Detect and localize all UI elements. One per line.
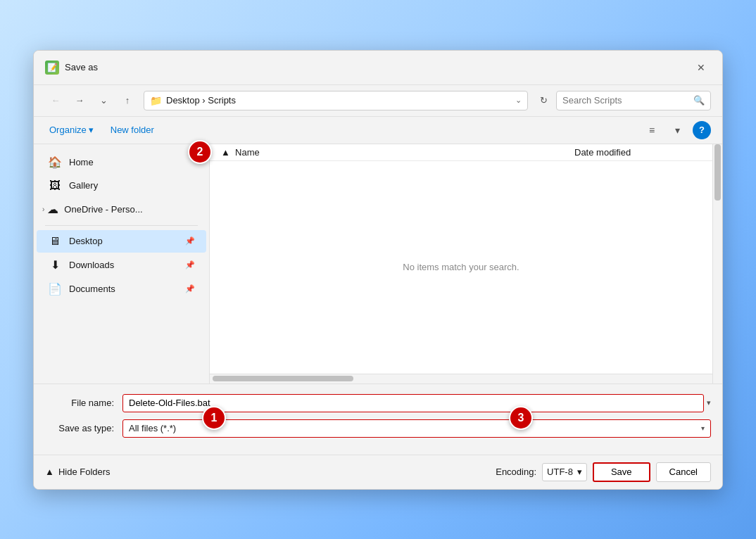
documents-pin-icon: 📌	[185, 284, 195, 293]
savetype-dropdown-icon: ▾	[701, 424, 705, 432]
action-bar: Organize ▾ New folder ≡ ▾ ?	[34, 117, 722, 144]
view-menu-button[interactable]: ≡	[642, 121, 662, 139]
desktop-icon: 🖥	[48, 235, 62, 248]
hide-folders-button[interactable]: ▲ Hide Folders	[45, 467, 111, 477]
sort-up-icon: ▲	[221, 147, 230, 158]
desktop-pin-icon: 📌	[185, 236, 195, 246]
organize-label: Organize	[49, 125, 87, 135]
save-button[interactable]: Save	[593, 462, 650, 482]
savetype-value: All files (*.*)	[129, 423, 176, 433]
savetype-row: Save as type: All files (*.*) ▾	[45, 419, 711, 438]
file-list-header: ▲ Name Date modified	[210, 144, 712, 161]
sidebar-downloads-label: Downloads	[69, 260, 114, 270]
sidebar-item-onedrive[interactable]: › ☁ OneDrive - Perso...	[37, 198, 206, 221]
hide-folders-label: Hide Folders	[58, 467, 111, 477]
help-button[interactable]: ?	[693, 121, 711, 139]
empty-message: No items match your search.	[403, 262, 519, 272]
sidebar-item-gallery[interactable]: 🖼 Gallery	[37, 175, 206, 197]
sidebar-desktop-label: Desktop	[69, 236, 103, 246]
save-as-dialog: 📝 Save as ✕ ← → ⌄ ↑ 📁 Desktop › Scripts …	[33, 50, 723, 490]
footer-right: Encoding: UTF-8 ▾ Save Cancel	[496, 462, 711, 482]
cancel-button[interactable]: Cancel	[656, 462, 711, 482]
sidebar-gallery-label: Gallery	[69, 180, 98, 191]
filename-label: File name:	[45, 398, 122, 408]
downloads-pin-icon: 📌	[185, 260, 195, 270]
title-bar: 📝 Save as ✕	[34, 51, 722, 85]
toolbar: ← → ⌄ ↑ 📁 Desktop › Scripts ⌄ ↻ 🔍	[34, 85, 722, 117]
hide-folders-arrow: ▲	[45, 467, 54, 477]
encoding-dropdown-icon: ▾	[577, 467, 582, 477]
encoding-label: Encoding:	[496, 467, 536, 477]
view-dropdown-icon: ▾	[675, 125, 680, 136]
search-icon: 🔍	[693, 95, 705, 106]
footer: ▲ Hide Folders Encoding: UTF-8 ▾ Save Ca…	[34, 455, 722, 489]
sidebar-onedrive-label: OneDrive - Perso...	[64, 204, 142, 215]
close-button[interactable]: ✕	[691, 58, 711, 77]
folder-icon: 📁	[150, 95, 162, 106]
search-input[interactable]	[562, 95, 689, 106]
sidebar-divider	[45, 225, 198, 226]
col-name-label: Name	[235, 147, 260, 158]
sidebar: 🏠 Home 🖼 Gallery › ☁ OneDrive - Perso...…	[34, 144, 210, 383]
view-dropdown-button[interactable]: ▾	[667, 121, 687, 139]
dropdown-button[interactable]: ⌄	[93, 91, 114, 110]
organize-dropdown-icon: ▾	[89, 125, 94, 135]
organize-button[interactable]: Organize ▾	[45, 122, 98, 138]
encoding-value: UTF-8	[547, 467, 573, 477]
file-area: ▲ Name Date modified No items match your…	[210, 144, 712, 383]
sidebar-item-downloads[interactable]: ⬇ Downloads 📌	[37, 253, 206, 277]
dialog-icon: 📝	[45, 61, 59, 75]
new-folder-button[interactable]: New folder	[106, 122, 158, 138]
bottom-area: File name: ▾ Save as type: All files (*.…	[34, 383, 722, 455]
dialog-title: Save as	[65, 62, 98, 72]
horizontal-scrollbar[interactable]	[210, 374, 712, 383]
action-bar-right: ≡ ▾ ?	[642, 121, 711, 139]
onedrive-icon: ☁	[46, 203, 60, 216]
vertical-scrollbar[interactable]	[712, 144, 722, 383]
filename-dropdown-icon[interactable]: ▾	[707, 398, 711, 407]
sidebar-item-home[interactable]: 🏠 Home	[37, 151, 206, 174]
sidebar-home-label: Home	[69, 157, 94, 167]
badge-number-3: 3	[509, 406, 533, 430]
filename-row: File name: ▾	[45, 394, 711, 412]
title-bar-left: 📝 Save as	[45, 61, 98, 75]
col-up-sort: ▲ Name	[221, 147, 574, 158]
savetype-label: Save as type:	[45, 423, 122, 433]
file-list-empty: No items match your search.	[210, 161, 712, 374]
col-date-label: Date modified	[574, 147, 701, 158]
badge-number-2: 2	[188, 140, 212, 164]
forward-button[interactable]: →	[69, 91, 90, 110]
up-button[interactable]: ↑	[117, 91, 138, 110]
breadcrumb-dropdown-icon: ⌄	[515, 96, 522, 105]
gallery-icon: 🖼	[48, 179, 62, 192]
encoding-select[interactable]: UTF-8 ▾	[542, 463, 587, 481]
back-button[interactable]: ←	[45, 91, 66, 110]
encoding-row: Encoding: UTF-8 ▾	[496, 463, 587, 481]
scrollbar-track	[213, 376, 710, 381]
sidebar-item-documents[interactable]: 📄 Documents 📌	[37, 277, 206, 300]
sidebar-documents-label: Documents	[69, 284, 115, 294]
address-bar[interactable]: 📁 Desktop › Scripts ⌄	[144, 91, 528, 110]
search-box[interactable]: 🔍	[556, 91, 711, 110]
sidebar-item-desktop[interactable]: 🖥 Desktop 📌	[37, 230, 206, 253]
expand-icon: ›	[42, 205, 44, 213]
home-icon: 🏠	[48, 156, 62, 169]
v-scrollbar-thumb	[714, 144, 721, 201]
documents-icon: 📄	[48, 282, 62, 296]
action-bar-left: Organize ▾ New folder	[45, 122, 158, 138]
view-menu-icon: ≡	[649, 125, 655, 136]
downloads-icon: ⬇	[48, 258, 62, 272]
breadcrumb: Desktop › Scripts	[166, 95, 511, 106]
refresh-button[interactable]: ↻	[534, 91, 553, 110]
badge-number-1: 1	[202, 406, 226, 430]
scrollbar-thumb	[213, 376, 353, 381]
main-area: 🏠 Home 🖼 Gallery › ☁ OneDrive - Perso...…	[34, 144, 722, 383]
